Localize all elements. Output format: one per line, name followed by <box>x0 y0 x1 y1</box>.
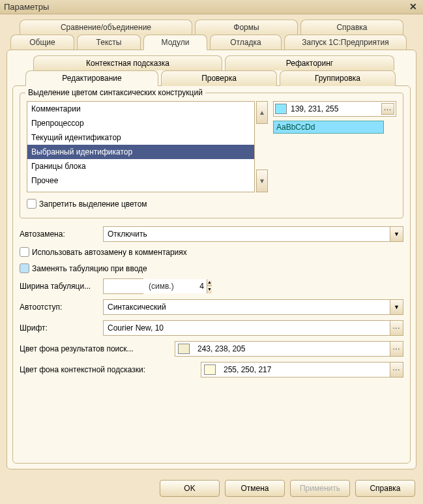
list-item[interactable]: Выбранный идентификатор <box>27 145 254 159</box>
tab-launch[interactable]: Запуск 1С:Предприятия <box>284 35 407 50</box>
disable-highlight-checkbox[interactable] <box>27 199 36 209</box>
ellipsis-icon[interactable]: ... <box>390 363 403 377</box>
ellipsis-icon[interactable]: ... <box>390 321 403 335</box>
tab-compare[interactable]: Сравнение/объединение <box>20 20 192 35</box>
tab-general[interactable]: Общие <box>10 35 74 50</box>
inner-tab-group[interactable]: Группировка <box>280 70 396 86</box>
list-item[interactable]: Фон <box>27 188 254 192</box>
autoreplace-label: Автозамена: <box>20 230 98 239</box>
tab-forms[interactable]: Формы <box>195 20 298 35</box>
tab-width-label: Ширина табуляци... <box>20 282 98 291</box>
search-bg-color[interactable]: 243, 238, 205 ... <box>175 341 403 357</box>
tab-modules[interactable]: Модули <box>143 35 207 50</box>
tab-width-unit: (симв.) <box>149 282 174 291</box>
ok-button[interactable]: OK <box>160 480 220 497</box>
spinner-up-icon[interactable]: ▲ <box>207 279 212 286</box>
tab-debug[interactable]: Отладка <box>210 35 282 50</box>
syntax-colors-fieldset: Выделение цветом синтаксических конструк… <box>20 93 403 218</box>
color-swatch <box>178 344 190 354</box>
scroll-up-icon[interactable]: ▲ <box>256 101 268 124</box>
inner-tab-context[interactable]: Контекстная подсказка <box>33 55 222 70</box>
color-swatch <box>275 104 287 114</box>
disable-highlight-label: Запретить выделение цветом <box>39 200 147 209</box>
use-in-comments-checkbox[interactable] <box>20 247 29 257</box>
list-item[interactable]: Прочее <box>27 173 254 188</box>
tab-texts[interactable]: Тексты <box>77 35 141 50</box>
autoreplace-dropdown[interactable]: Отключить ▼ <box>103 226 403 242</box>
titlebar: Параметры ✕ <box>0 0 423 14</box>
fieldset-legend: Выделение цветом синтаксических конструк… <box>25 88 205 97</box>
search-bg-label: Цвет фона результатов поиск... <box>20 344 169 353</box>
spinner-down-icon[interactable]: ▼ <box>207 286 212 293</box>
color-picker[interactable]: 139, 231, 255 ... <box>273 101 396 117</box>
autoindent-label: Автоотступ: <box>20 303 98 312</box>
inner-tab-edit[interactable]: Редактирование <box>25 70 158 86</box>
inner-tab-refactor[interactable]: Рефакторинг <box>225 55 394 70</box>
replace-tab-checkbox[interactable] <box>20 263 29 273</box>
tab-width-stepper[interactable]: ▲ ▼ <box>103 278 143 294</box>
autoindent-dropdown[interactable]: Синтаксический ▼ <box>103 299 403 315</box>
color-value-text: 139, 231, 255 <box>291 104 381 113</box>
inner-tab-check[interactable]: Проверка <box>161 70 277 86</box>
list-item[interactable]: Границы блока <box>27 159 254 173</box>
close-icon[interactable]: ✕ <box>407 1 419 13</box>
button-bar: OK Отмена Применить Справка <box>0 475 423 502</box>
preview-box: AaBbCcDd <box>273 121 384 134</box>
list-item[interactable]: Препроцессор <box>27 116 254 130</box>
ellipsis-icon[interactable]: ... <box>390 342 403 356</box>
apply-button[interactable]: Применить <box>290 480 350 497</box>
hint-bg-label: Цвет фона контекстной подсказки: <box>20 365 196 374</box>
tab-help[interactable]: Справка <box>300 20 403 35</box>
list-item[interactable]: Комментарии <box>27 102 254 116</box>
hint-bg-color[interactable]: 255, 250, 217 ... <box>201 362 403 378</box>
color-swatch <box>204 364 216 375</box>
ellipsis-icon[interactable]: ... <box>381 103 394 115</box>
font-field[interactable]: Courier New, 10 ... <box>103 320 403 336</box>
cancel-button[interactable]: Отмена <box>225 480 285 497</box>
window-title: Параметры <box>4 2 407 12</box>
chevron-down-icon[interactable]: ▼ <box>390 227 403 241</box>
use-in-comments-label: Использовать автозамену в комментариях <box>32 248 187 257</box>
replace-tab-label: Заменять табуляцию при вводе <box>32 264 147 273</box>
help-button[interactable]: Справка <box>355 480 415 497</box>
list-item[interactable]: Текущий идентификатор <box>27 130 254 145</box>
syntax-listbox[interactable]: Комментарии Препроцессор Текущий идентиф… <box>27 101 255 192</box>
scroll-down-icon[interactable]: ▼ <box>256 170 268 192</box>
font-label: Шрифт: <box>20 323 98 333</box>
chevron-down-icon[interactable]: ▼ <box>390 300 403 314</box>
